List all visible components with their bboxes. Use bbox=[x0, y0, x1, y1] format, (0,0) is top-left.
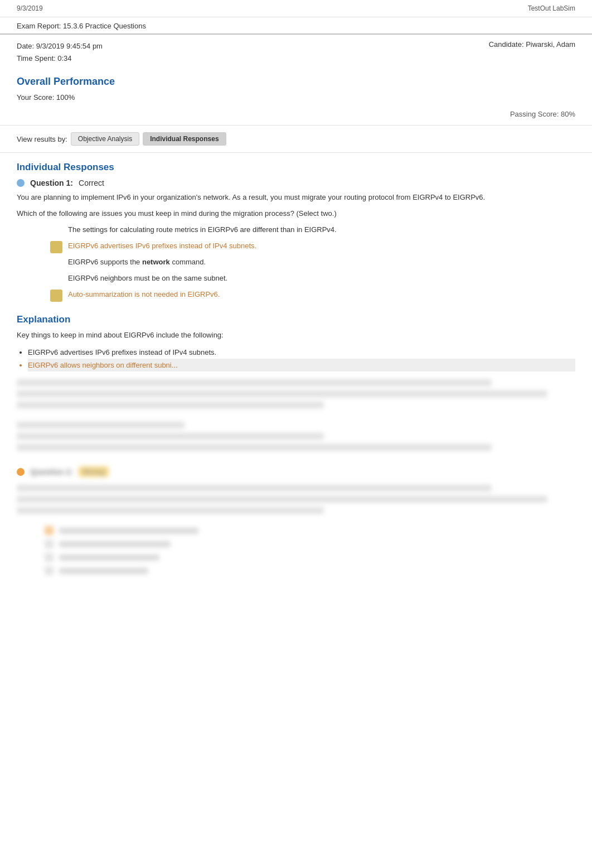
option-3-text: EIGRPv6 supports the network command. bbox=[68, 257, 206, 268]
top-bar-date: 9/3/2019 bbox=[17, 4, 43, 12]
explanation-intro: Key things to keep in mind about EIGRPv6… bbox=[0, 327, 592, 344]
option-4-dot bbox=[50, 273, 62, 286]
exam-report-title: Exam Report: 15.3.6 Practice Questions bbox=[17, 22, 146, 30]
option-2-text: EIGRPv6 advertises IPv6 prefixes instead… bbox=[68, 240, 256, 252]
explanation-bullet-1: EIGRPv6 advertises IPv6 prefixes instead… bbox=[28, 346, 575, 359]
answer-options: The settings for calculating route metri… bbox=[50, 224, 575, 302]
passing-score: Passing Score: 80% bbox=[510, 93, 575, 118]
option-5-dot bbox=[50, 290, 62, 302]
top-bar-appname: TestOut LabSim bbox=[528, 4, 575, 12]
question-2-status: Wrong bbox=[79, 466, 109, 477]
tab-individual-responses[interactable]: Individual Responses bbox=[143, 132, 226, 146]
question-2-dot bbox=[17, 468, 25, 476]
question-2-text bbox=[0, 479, 592, 524]
answer-option-2: EIGRPv6 advertises IPv6 prefixes instead… bbox=[50, 240, 575, 253]
score-row: Your Score: 100% Passing Score: 80% bbox=[0, 91, 592, 120]
view-results-bar: View results by: Objective Analysis Indi… bbox=[0, 125, 592, 153]
overall-performance-title: Overall Performance bbox=[0, 70, 592, 91]
question-1-label: Question 1: bbox=[30, 179, 73, 187]
answer-option-4: EIGRPv6 neighbors must be on the same su… bbox=[50, 273, 575, 286]
tab-objective-analysis[interactable]: Objective Analysis bbox=[71, 132, 139, 146]
option-1-text: The settings for calculating route metri… bbox=[68, 224, 337, 235]
meta-row: Date: 9/3/2019 9:45:54 pm Time Spent: 0:… bbox=[0, 35, 592, 70]
blurred-continuation bbox=[0, 374, 592, 461]
meta-left: Date: 9/3/2019 9:45:54 pm Time Spent: 0:… bbox=[17, 40, 103, 65]
question-2-header: Question 2: Wrong bbox=[0, 461, 592, 479]
top-bar: 9/3/2019 TestOut LabSim bbox=[0, 0, 592, 17]
meta-date: Date: 9/3/2019 9:45:54 pm bbox=[17, 40, 103, 52]
option-1-dot bbox=[50, 225, 62, 237]
question-2-options bbox=[0, 524, 592, 582]
meta-candidate: Candidate: Piwarski, Adam bbox=[489, 40, 575, 65]
option-5-text: Auto-summarization is not needed in EIGR… bbox=[68, 289, 220, 300]
question-1-block: Question 1: Correct You are planning to … bbox=[0, 175, 592, 308]
individual-responses-title: Individual Responses bbox=[0, 157, 592, 175]
question-1-text1: You are planning to implement IPv6 in yo… bbox=[17, 192, 575, 204]
question-1-dot bbox=[17, 179, 25, 187]
answer-option-3: EIGRPv6 supports the network command. bbox=[50, 257, 575, 269]
explanation-title: Explanation bbox=[0, 308, 592, 327]
answer-option-5: Auto-summarization is not needed in EIGR… bbox=[50, 289, 575, 302]
question-2-label: Question 2: bbox=[30, 467, 73, 476]
question-1-text2: Which of the following are issues you mu… bbox=[17, 208, 575, 220]
explanation-list: EIGRPv6 advertises IPv6 prefixes instead… bbox=[0, 344, 592, 374]
view-results-label: View results by: bbox=[17, 135, 67, 143]
option-4-text: EIGRPv6 neighbors must be on the same su… bbox=[68, 273, 227, 284]
option-3-dot bbox=[50, 257, 62, 269]
answer-option-1: The settings for calculating route metri… bbox=[50, 224, 575, 237]
explanation-bullet-2: EIGRPv6 allows neighbors on different su… bbox=[28, 359, 575, 372]
question-1-header: Question 1: Correct bbox=[17, 179, 575, 187]
exam-report-bar: Exam Report: 15.3.6 Practice Questions bbox=[0, 17, 592, 35]
option-2-dot bbox=[50, 241, 62, 253]
your-score: Your Score: 100% bbox=[17, 93, 75, 102]
meta-time-spent: Time Spent: 0:34 bbox=[17, 52, 103, 65]
question-1-status: Correct bbox=[79, 179, 104, 187]
